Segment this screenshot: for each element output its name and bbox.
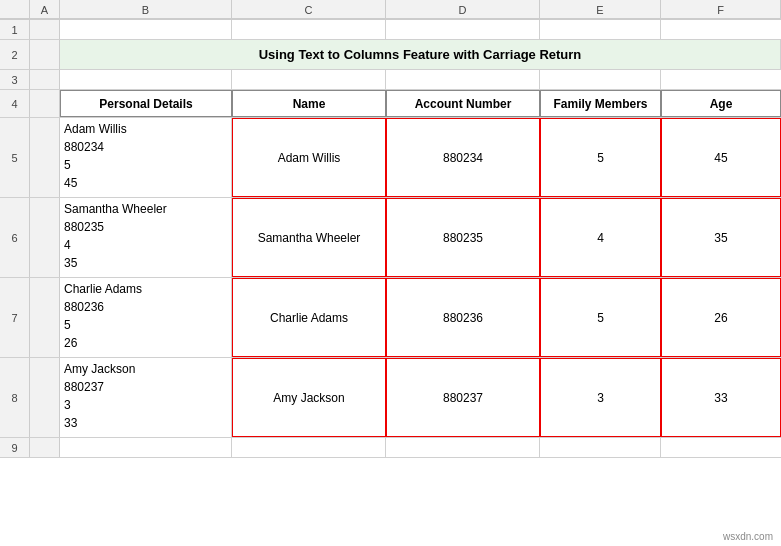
row-7: 7 Charlie Adams 880236 5 26 Charlie Adam…	[0, 278, 781, 358]
cell-F1[interactable]	[661, 20, 781, 39]
header-family-members: Family Members	[540, 90, 661, 117]
cell-C3[interactable]	[232, 70, 386, 89]
cell-A4[interactable]	[30, 90, 60, 117]
cell-D3[interactable]	[386, 70, 540, 89]
header-personal-details: Personal Details	[60, 90, 232, 117]
cell-A5[interactable]	[30, 118, 60, 197]
row-num-7: 7	[0, 278, 30, 357]
cell-D6-account[interactable]: 880235	[386, 198, 540, 277]
col-header-E[interactable]: E	[540, 0, 661, 19]
cell-E9[interactable]	[540, 438, 661, 457]
row-num-9: 9	[0, 438, 30, 457]
row-8: 8 Amy Jackson 880237 3 33 Amy Jackson 88…	[0, 358, 781, 438]
header-account-number: Account Number	[386, 90, 540, 117]
cell-A9[interactable]	[30, 438, 60, 457]
row-num-8: 8	[0, 358, 30, 437]
cell-C1[interactable]	[232, 20, 386, 39]
row-num-4: 4	[0, 90, 30, 117]
col-header-C[interactable]: C	[232, 0, 386, 19]
row-num-5: 5	[0, 118, 30, 197]
cell-D7-account[interactable]: 880236	[386, 278, 540, 357]
cell-C9[interactable]	[232, 438, 386, 457]
col-header-F[interactable]: F	[661, 0, 781, 19]
cell-C5-name[interactable]: Adam Willis	[232, 118, 386, 197]
header-name: Name	[232, 90, 386, 117]
cell-A8[interactable]	[30, 358, 60, 437]
cell-F3[interactable]	[661, 70, 781, 89]
cell-B5-personal[interactable]: Adam Willis 880234 5 45	[60, 118, 232, 197]
cell-B9[interactable]	[60, 438, 232, 457]
cell-C6-name[interactable]: Samantha Wheeler	[232, 198, 386, 277]
row-4-headers: 4 Personal Details Name Account Number F…	[0, 90, 781, 118]
cell-B8-personal[interactable]: Amy Jackson 880237 3 33	[60, 358, 232, 437]
cell-C7-name[interactable]: Charlie Adams	[232, 278, 386, 357]
title-cell: Using Text to Columns Feature with Carri…	[60, 40, 781, 69]
cell-E8-family[interactable]: 3	[540, 358, 661, 437]
col-header-D[interactable]: D	[386, 0, 540, 19]
cell-E3[interactable]	[540, 70, 661, 89]
cell-D5-account[interactable]: 880234	[386, 118, 540, 197]
row-num-6: 6	[0, 198, 30, 277]
col-header-B[interactable]: B	[60, 0, 232, 19]
cell-D8-account[interactable]: 880237	[386, 358, 540, 437]
corner-cell	[0, 0, 30, 19]
row-3: 3	[0, 70, 781, 90]
watermark: wsxdn.com	[723, 531, 773, 542]
row-6: 6 Samantha Wheeler 880235 4 35 Samantha …	[0, 198, 781, 278]
cell-B3[interactable]	[60, 70, 232, 89]
cell-C8-name[interactable]: Amy Jackson	[232, 358, 386, 437]
cell-F7-age[interactable]: 26	[661, 278, 781, 357]
cell-A1[interactable]	[30, 20, 60, 39]
cell-F6-age[interactable]: 35	[661, 198, 781, 277]
cell-E7-family[interactable]: 5	[540, 278, 661, 357]
row-num-3: 3	[0, 70, 30, 89]
cell-F8-age[interactable]: 33	[661, 358, 781, 437]
row-9: 9	[0, 438, 781, 458]
cell-F9[interactable]	[661, 438, 781, 457]
cell-B7-personal[interactable]: Charlie Adams 880236 5 26	[60, 278, 232, 357]
spreadsheet: A B C D E F 1 2 Using Text to Columns Fe…	[0, 0, 781, 546]
row-2: 2 Using Text to Columns Feature with Car…	[0, 40, 781, 70]
cell-D1[interactable]	[386, 20, 540, 39]
cell-A6[interactable]	[30, 198, 60, 277]
row-num-2: 2	[0, 40, 30, 69]
cell-E5-family[interactable]: 5	[540, 118, 661, 197]
cell-E6-family[interactable]: 4	[540, 198, 661, 277]
cell-B6-personal[interactable]: Samantha Wheeler 880235 4 35	[60, 198, 232, 277]
cell-D9[interactable]	[386, 438, 540, 457]
cell-A2[interactable]	[30, 40, 60, 69]
row-1: 1	[0, 20, 781, 40]
cell-F5-age[interactable]: 45	[661, 118, 781, 197]
header-age: Age	[661, 90, 781, 117]
cell-A3[interactable]	[30, 70, 60, 89]
col-header-A[interactable]: A	[30, 0, 60, 19]
row-5: 5 Adam Willis 880234 5 45 Adam Willis 88…	[0, 118, 781, 198]
cell-E1[interactable]	[540, 20, 661, 39]
column-headers: A B C D E F	[0, 0, 781, 20]
cell-B1[interactable]	[60, 20, 232, 39]
cell-A7[interactable]	[30, 278, 60, 357]
row-num-1: 1	[0, 20, 30, 39]
